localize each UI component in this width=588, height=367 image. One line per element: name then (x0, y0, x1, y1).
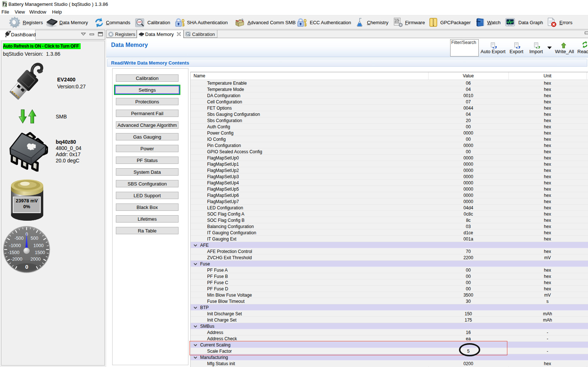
svg-text:1000: 1000 (33, 243, 44, 248)
svg-text:-1500: -1500 (8, 250, 19, 255)
svg-text:-500: -500 (14, 236, 23, 241)
svg-text:-2000: -2000 (11, 257, 22, 262)
svg-text:2000: 2000 (30, 257, 41, 262)
svg-text:0: 0 (25, 264, 28, 270)
svg-text:500: 500 (31, 236, 38, 241)
svg-text:-1000: -1000 (9, 243, 21, 248)
svg-text:1500: 1500 (35, 250, 45, 255)
